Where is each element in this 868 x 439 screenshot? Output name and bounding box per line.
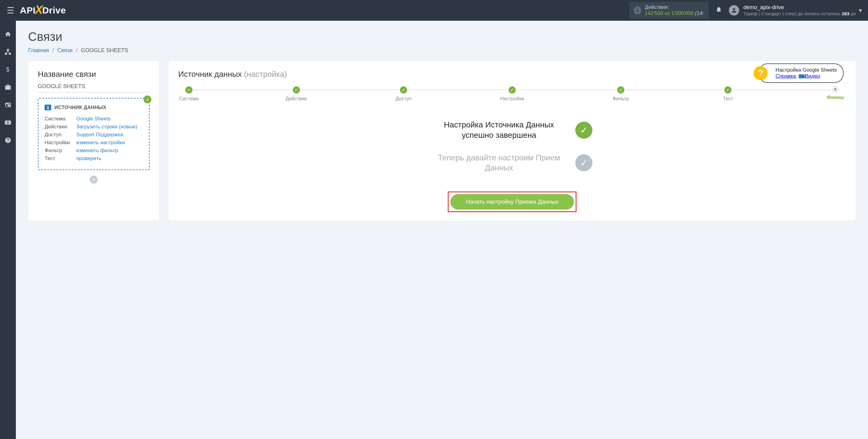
source-row: Фильтризменить фильтр — [44, 147, 143, 154]
bell-icon[interactable] — [715, 6, 722, 14]
step-settings[interactable]: ✓Настройки — [500, 86, 524, 102]
logo-x: X — [35, 3, 43, 16]
svg-point-2 — [9, 53, 11, 55]
help-pill: ? Настройка Google Sheets Справка, Видео — [758, 63, 844, 83]
briefcase-icon[interactable] — [4, 83, 12, 92]
page-title: Связи — [28, 30, 856, 43]
svg-point-1 — [5, 53, 7, 55]
card-connection: Название связи GOOGLE SHEETS ✓ 1 ИСТОЧНИ… — [28, 61, 159, 221]
sidebar — [0, 21, 16, 230]
cta-wrap: Начать настройку Приема Данных — [178, 192, 846, 212]
source-row: СистемаGoogle Sheets — [44, 116, 143, 122]
source-row: ДействиеЗагрузить строки (новые) — [44, 124, 143, 130]
question-icon[interactable]: ? — [753, 66, 768, 80]
video-link[interactable]: Видео — [805, 73, 820, 79]
logo-pre: API — [20, 5, 36, 15]
check-circle-icon: ✓ — [575, 154, 592, 171]
step-filter[interactable]: ✓Фильтр — [610, 86, 631, 102]
avatar-icon — [729, 5, 739, 15]
actions-box[interactable]: i Действия: 142'550 из 1'000'000 (149 — [629, 2, 709, 19]
main: Связи ? Настройка Google Sheets Справка,… — [16, 21, 868, 230]
profile[interactable]: demo_apix-drive Тариф | Стандарт | (new)… — [729, 4, 856, 16]
connection-name[interactable]: GOOGLE SHEETS — [38, 83, 150, 92]
next-row: Теперь давайте настроим Прием Данных ✓ — [178, 153, 846, 173]
stepper: ✓Система ✓Действие ✓Доступ ✓Настройки ✓Ф… — [178, 86, 846, 102]
chevron-down-icon[interactable]: ▾ — [856, 7, 865, 14]
help-icon[interactable] — [4, 136, 12, 144]
youtube-icon[interactable] — [4, 118, 12, 127]
menu-icon[interactable]: ☰ — [3, 5, 18, 15]
step-access[interactable]: ✓Доступ — [393, 86, 414, 102]
home-icon[interactable] — [4, 30, 12, 38]
success-row: Настройка Источника Данных успешно завер… — [178, 120, 846, 140]
check-icon: ✓ — [144, 95, 151, 103]
help-title: Настройка Google Sheets — [776, 67, 837, 73]
source-header: 1 ИСТОЧНИК ДАННЫХ — [44, 105, 143, 110]
source-label: ИСТОЧНИК ДАННЫХ — [54, 105, 106, 110]
card-title: Источник данных (настройка) — [178, 69, 846, 79]
id-card-icon[interactable] — [4, 101, 12, 109]
breadcrumb-current: GOOGLE SHEETS — [81, 47, 128, 53]
profile-text: demo_apix-drive Тариф | Стандарт | (new)… — [743, 4, 856, 16]
step-test[interactable]: ✓Тест — [717, 86, 739, 102]
source-row: Тестпроверить — [44, 156, 143, 162]
source-row: Настройкиизменить настройки — [44, 140, 143, 146]
step-finish[interactable]: Финиш — [825, 86, 846, 100]
cta-highlight: Начать настройку Приема Данных — [448, 192, 577, 212]
source-box: ✓ 1 ИСТОЧНИК ДАННЫХ СистемаGoogle Sheets… — [38, 98, 150, 170]
svg-point-0 — [7, 49, 9, 50]
breadcrumb: Главная / Связи / GOOGLE SHEETS — [28, 47, 856, 54]
dollar-icon[interactable] — [4, 65, 12, 74]
logo-post: Drive — [42, 5, 66, 15]
logo[interactable]: API X Drive — [20, 4, 66, 17]
breadcrumb-home[interactable]: Главная — [28, 47, 49, 53]
step-action[interactable]: ✓Действие — [286, 86, 307, 102]
topbar: ☰ API X Drive i Действия: 142'550 из 1'0… — [0, 0, 868, 21]
info-icon: i — [633, 6, 641, 14]
step-system[interactable]: ✓Система — [178, 86, 199, 102]
video-icon — [799, 74, 804, 78]
success-message: Настройка Источника Данных успешно завер… — [432, 120, 566, 140]
breadcrumb-connections[interactable]: Связи — [57, 47, 73, 53]
start-reception-button[interactable]: Начать настройку Приема Данных — [451, 194, 574, 209]
actions-text: Действия: 142'550 из 1'000'000 (149 — [645, 4, 703, 17]
source-row: ДоступSupport Поддержка — [44, 132, 143, 138]
help-link[interactable]: Справка — [776, 73, 796, 79]
source-badge: 1 — [44, 105, 51, 110]
add-button[interactable]: + — [90, 176, 98, 183]
card-title: Название связи — [38, 69, 150, 79]
card-source: Источник данных (настройка) ✓Система ✓Де… — [168, 61, 856, 221]
next-message: Теперь давайте настроим Прием Данных — [432, 153, 566, 173]
connections-icon[interactable] — [4, 47, 12, 56]
check-circle-icon: ✓ — [575, 122, 592, 139]
